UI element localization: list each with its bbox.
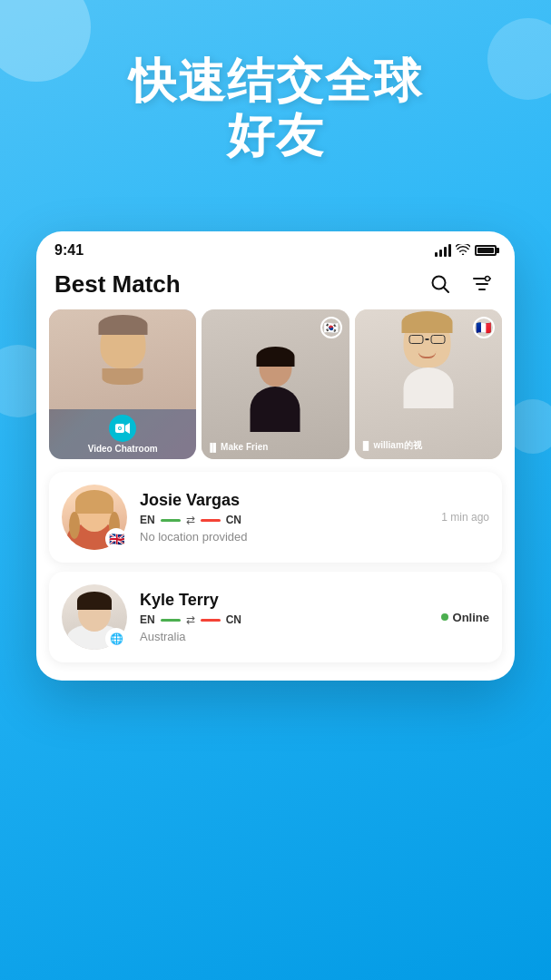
header-icons <box>426 270 497 299</box>
france-flag: 🇫🇷 <box>473 317 495 338</box>
hero-line1: 快速结交全球 <box>0 54 551 109</box>
app-title: Best Match <box>54 270 181 299</box>
kyle-location: Australia <box>140 630 428 643</box>
kyle-online-badge: Online <box>441 611 489 624</box>
josie-lang-row: EN ⇄ CN <box>140 514 428 526</box>
josie-name: Josie Vargas <box>140 491 428 510</box>
user-card-josie[interactable]: 🇬🇧 Josie Vargas EN ⇄ CN No location prov… <box>49 472 502 563</box>
status-bar: 9:41 <box>36 231 515 264</box>
video-chatroom-icon <box>109 415 136 442</box>
status-time: 9:41 <box>54 242 84 259</box>
kyle-meta: Online <box>441 611 489 624</box>
kyle-flag: 🌐 <box>105 628 127 650</box>
kyle-name: Kyle Terry <box>140 591 428 610</box>
user-card-kyle[interactable]: 🌐 Kyle Terry EN ⇄ CN Australia Online <box>49 572 502 662</box>
make-friends-label: ▐▌ Make Frien <box>207 442 268 452</box>
online-dot <box>441 613 448 621</box>
kyle-lang-arrows: ⇄ <box>186 613 195 626</box>
user-list: 🇬🇧 Josie Vargas EN ⇄ CN No location prov… <box>36 459 515 662</box>
william-label: ▐▌ william的视 <box>360 439 422 452</box>
app-header: Best Match <box>36 264 515 309</box>
kyle-lang-to: CN <box>226 613 241 626</box>
josie-lang-to: CN <box>226 514 241 526</box>
phone-mockup: 9:41 Best Match <box>36 231 515 681</box>
battery-icon <box>475 245 497 256</box>
search-button[interactable] <box>426 270 455 299</box>
josie-info: Josie Vargas EN ⇄ CN No location provide… <box>140 491 428 544</box>
josie-time-ago: 1 min ago <box>441 511 489 524</box>
signal-icon <box>435 244 451 257</box>
filter-button[interactable] <box>467 270 497 299</box>
josie-lang-bar-cn <box>201 519 221 522</box>
josie-avatar-container: 🇬🇧 <box>62 485 127 550</box>
video-card-chatroom[interactable]: Video Chatroom <box>49 309 196 459</box>
video-card-william[interactable]: 🇫🇷 ▐▌ william的视 <box>355 309 502 459</box>
kyle-lang-bar-cn <box>201 619 221 622</box>
josie-location: No location provided <box>140 530 428 544</box>
kyle-lang-row: EN ⇄ CN <box>140 613 428 626</box>
video-card-make-friends[interactable]: 🇰🇷 ▐▌ Make Frien <box>202 309 349 459</box>
video-cards-row: Video Chatroom 🇰🇷 ▐▌ Make Frien <box>36 309 515 459</box>
hero-text: 快速结交全球 好友 <box>0 54 551 163</box>
status-icons <box>435 244 497 258</box>
wifi-icon <box>456 244 470 258</box>
josie-flag: 🇬🇧 <box>105 528 127 550</box>
hero-line2: 好友 <box>0 109 551 163</box>
svg-marker-7 <box>125 423 130 434</box>
svg-point-5 <box>486 277 490 281</box>
josie-meta: 1 min ago <box>441 511 489 524</box>
online-label: Online <box>453 611 489 624</box>
kyle-avatar-container: 🌐 <box>62 584 127 650</box>
kyle-lang-bar-en <box>161 619 181 622</box>
josie-lang-arrows: ⇄ <box>186 514 195 526</box>
korea-flag: 🇰🇷 <box>320 317 342 338</box>
josie-lang-bar-en <box>161 519 181 522</box>
josie-lang-from: EN <box>140 514 155 526</box>
video-chatroom-label: Video Chatroom <box>88 444 158 454</box>
kyle-lang-from: EN <box>140 613 155 626</box>
svg-line-1 <box>444 288 448 292</box>
kyle-info: Kyle Terry EN ⇄ CN Australia <box>140 591 428 643</box>
